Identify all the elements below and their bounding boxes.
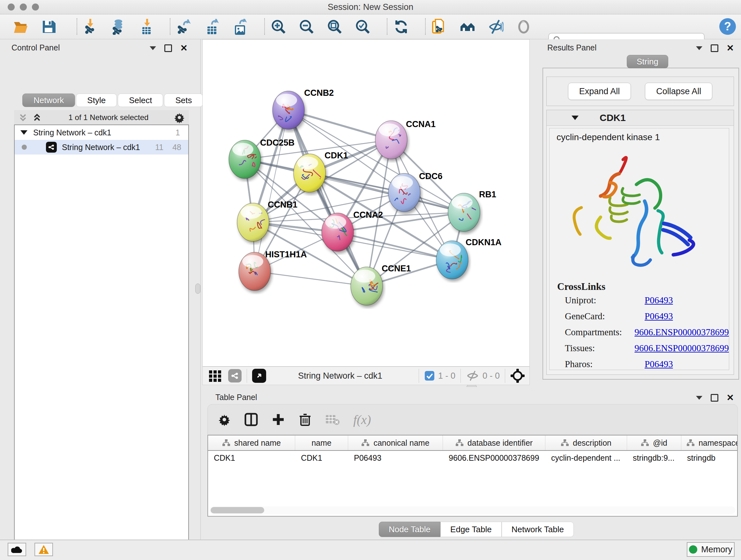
crosslink-link[interactable]: 9606.ENSP00000378699 <box>634 343 729 354</box>
table-row[interactable]: CDK1CDK1P064939606.ENSP00000378699cyclin… <box>208 451 737 465</box>
left-splitter-handle[interactable] <box>195 284 200 294</box>
column-header-label: namespace <box>698 438 738 448</box>
column-header-canonical-name[interactable]: canonical name <box>348 435 443 450</box>
network-row[interactable]: String Network – cdk1 11 48 <box>15 140 188 154</box>
collapse-all-icon[interactable] <box>18 113 29 122</box>
edge-HIST1H1A-CCNE1[interactable] <box>255 271 367 286</box>
table-cell[interactable]: stringdb:9... <box>627 451 681 465</box>
column-type-icon <box>686 439 695 447</box>
node-gloss <box>354 269 375 283</box>
gene-card-header[interactable]: CDK1 <box>547 110 734 126</box>
network-graph[interactable]: CCNB2CCNA1CDC25BCDK1CDC6RB1CCNB1CCNA2CDK… <box>203 40 529 366</box>
tree-expand-icon[interactable] <box>20 130 27 135</box>
results-panel-float-icon[interactable] <box>711 44 718 52</box>
table-cell[interactable]: cyclin-dependent ... <box>545 451 627 465</box>
table-horizontal-scrollbar[interactable] <box>209 506 735 514</box>
hide-graphics-details-icon[interactable] <box>488 19 503 35</box>
crosslink-link[interactable]: P06493 <box>645 295 673 306</box>
bird-instance-icon[interactable] <box>516 19 532 35</box>
hidden-eye-icon[interactable] <box>466 370 479 381</box>
control-panel-float-icon[interactable] <box>164 44 172 52</box>
table-options-gear-icon[interactable] <box>218 413 231 426</box>
table-cell[interactable]: 9606.ENSP00000378699 <box>443 451 545 465</box>
export-image-icon[interactable] <box>232 19 248 35</box>
tab-edge-table[interactable]: Edge Table <box>441 522 502 537</box>
column-header-description[interactable]: description <box>545 435 627 450</box>
crosslink-link[interactable]: 9606.ENSP00000378699 <box>634 327 729 337</box>
crosslink-link[interactable]: P06493 <box>645 311 673 321</box>
grid-view-icon[interactable] <box>208 369 222 382</box>
import-network-database-icon[interactable] <box>111 19 126 35</box>
column-header-@id[interactable]: @id <box>627 435 681 450</box>
add-column-icon[interactable] <box>272 413 285 426</box>
table-cell[interactable]: stringdb <box>681 451 738 465</box>
results-panel-close-icon[interactable]: ✕ <box>727 45 734 51</box>
cloud-button[interactable] <box>8 543 26 556</box>
save-session-icon[interactable] <box>41 19 57 35</box>
show-columns-icon[interactable] <box>244 413 258 427</box>
zoom-in-icon[interactable] <box>271 19 286 35</box>
expand-all-icon[interactable] <box>32 113 44 122</box>
table-cell[interactable]: CDK1 <box>295 451 348 465</box>
column-header-database-identifier[interactable]: database identifier <box>443 435 545 450</box>
import-network-file-icon[interactable] <box>82 19 98 35</box>
node-CCNB2[interactable]: CCNB2 <box>273 88 334 129</box>
node-HIST1H1A[interactable]: HIST1H1A <box>239 250 307 291</box>
network-options-gear-icon[interactable] <box>174 112 185 123</box>
expand-all-button[interactable]: Expand All <box>568 83 631 100</box>
crosslink-link[interactable]: P06493 <box>645 359 673 369</box>
birdseye-view-icon[interactable] <box>252 369 266 383</box>
node-label-HIST1H1A: HIST1H1A <box>265 250 307 259</box>
warnings-button[interactable] <box>35 543 53 556</box>
network-node-count: 11 <box>155 143 163 152</box>
tab-network-table[interactable]: Network Table <box>502 522 574 537</box>
table-panel-menu-icon[interactable] <box>696 396 702 400</box>
node-CDK1[interactable]: CDK1 <box>293 151 348 192</box>
collapse-all-button[interactable]: Collapse All <box>645 83 712 100</box>
column-header-shared-name[interactable]: shared name <box>208 435 295 450</box>
results-panel-menu-icon[interactable] <box>696 46 702 50</box>
scrollbar-thumb[interactable] <box>211 507 264 513</box>
import-table-icon[interactable] <box>138 19 154 35</box>
edge-CCNB2-CCNE1[interactable] <box>288 110 367 286</box>
network-collection-row[interactable]: String Network – cdk1 1 <box>15 125 188 140</box>
gene-card: CDK1 cyclin-dependent kinase 1 CrossLink… <box>546 110 734 375</box>
node-label-CCNA2: CCNA2 <box>353 210 383 220</box>
zoom-selected-icon[interactable] <box>355 19 371 35</box>
tab-style[interactable]: Style <box>76 94 117 107</box>
tab-sets[interactable]: Sets <box>164 94 203 107</box>
refresh-icon[interactable] <box>393 19 409 35</box>
tab-node-table[interactable]: Node Table <box>379 522 441 537</box>
gene-card-collapse-icon[interactable] <box>571 116 579 120</box>
column-header-namespace[interactable]: namespace <box>681 435 738 450</box>
delete-column-icon[interactable] <box>298 413 312 427</box>
zoom-out-icon[interactable] <box>299 19 315 35</box>
network-canvas[interactable]: CCNB2CCNA1CDC25BCDK1CDC6RB1CCNB1CCNA2CDK… <box>202 39 530 367</box>
column-type-icon <box>222 439 230 447</box>
table-cell[interactable]: CDK1 <box>208 451 295 465</box>
fit-selected-crosshair-icon[interactable] <box>510 368 525 383</box>
column-header-name[interactable]: name <box>295 435 348 450</box>
tab-select[interactable]: Select <box>118 94 163 107</box>
table-panel-close-icon[interactable]: ✕ <box>727 395 734 401</box>
show-all-views-icon[interactable] <box>460 19 475 35</box>
node-CCNE1[interactable]: CCNE1 <box>351 264 411 305</box>
edge-CCNB2-HIST1H1A[interactable] <box>255 110 288 271</box>
table-cell[interactable]: P06493 <box>348 451 443 465</box>
table-panel-float-icon[interactable] <box>711 394 718 401</box>
open-session-icon[interactable] <box>13 19 29 35</box>
export-network-icon[interactable] <box>176 19 192 35</box>
help-icon[interactable]: ? <box>719 17 737 36</box>
clone-network-icon[interactable] <box>431 19 448 35</box>
string-view-icon[interactable] <box>228 369 242 382</box>
tab-string[interactable]: String <box>627 55 668 68</box>
selected-checkbox-icon[interactable] <box>424 370 435 381</box>
node-RB1[interactable]: RB1 <box>448 190 496 232</box>
zoom-fit-icon[interactable] <box>327 19 343 35</box>
export-table-icon[interactable] <box>204 19 220 35</box>
tab-network[interactable]: Network <box>22 94 75 107</box>
control-panel-menu-icon[interactable] <box>150 46 156 50</box>
control-panel-close-icon[interactable]: ✕ <box>180 45 188 51</box>
memory-button[interactable]: Memory <box>687 542 735 557</box>
node-CDKN1A[interactable]: CDKN1A <box>436 238 502 279</box>
